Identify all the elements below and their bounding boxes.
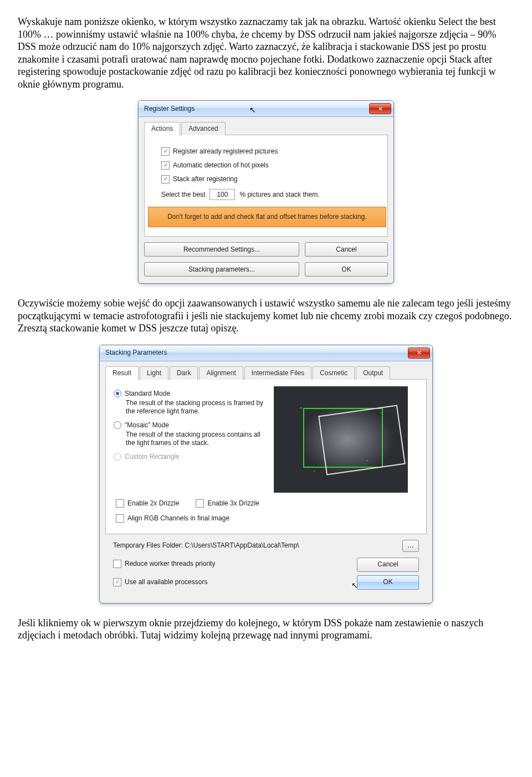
tab-advanced[interactable]: Advanced xyxy=(181,122,225,135)
close-icon: ✕ xyxy=(378,106,383,112)
tab-output[interactable]: Output xyxy=(356,366,390,380)
label-stack-after: Stack after registering xyxy=(173,175,238,183)
tab-light[interactable]: Light xyxy=(140,366,168,380)
dialog-title: Register Settings xyxy=(144,105,195,113)
label-use-all-processors: Use all available processors xyxy=(125,578,207,586)
checkbox-register-already[interactable]: ✓ xyxy=(161,147,170,156)
cursor-icon: ↖ xyxy=(351,581,358,591)
ok-button[interactable]: OK xyxy=(305,262,388,277)
tab-result[interactable]: Result xyxy=(105,366,139,380)
label-register-already: Register already registered pictures xyxy=(173,147,278,156)
warning-box: Don't forget to add and check flat and o… xyxy=(148,207,386,227)
stacking-parameters-button[interactable]: Stacking parameters... xyxy=(144,262,299,277)
recommended-settings-button[interactable]: Recommended Settings... xyxy=(144,242,299,257)
label-hot-pixels: Automatic detection of hot pixels xyxy=(173,161,269,170)
label-custom-rectangle: Custom Rectangle xyxy=(125,453,180,461)
paragraph-1: Wyskakuje nam poniższe okienko, w którym… xyxy=(18,16,514,90)
titlebar: Register Settings ↖ ✕ xyxy=(139,101,393,117)
close-icon: ✕ xyxy=(417,350,422,356)
preview-thumbnail xyxy=(274,386,408,493)
label-align-rgb: Align RGB Channels in final image xyxy=(127,514,229,523)
checkbox-align-rgb[interactable] xyxy=(116,514,124,523)
ellipsis-icon: … xyxy=(407,541,414,550)
checkbox-stack-after[interactable]: ✓ xyxy=(161,175,170,183)
cancel-button[interactable]: Cancel xyxy=(305,242,388,257)
radio-custom-rectangle xyxy=(114,453,121,461)
checkbox-use-all-processors[interactable]: ✓ xyxy=(113,578,121,586)
figure-stacking-parameters: Stacking Parameters ✕ Result Light Dark … xyxy=(18,345,514,604)
label-standard-mode: Standard Mode xyxy=(125,390,170,398)
frame-light-icon xyxy=(318,405,406,475)
label-temp-folder: Temporary Files Folder: C:\Users\START\A… xyxy=(113,541,299,550)
desc-standard-mode: The result of the stacking process is fr… xyxy=(126,399,266,416)
cancel-button[interactable]: Cancel xyxy=(357,558,419,572)
checkbox-drizzle-2x[interactable] xyxy=(116,499,124,508)
register-settings-dialog: Register Settings ↖ ✕ Actions Advanced ✓… xyxy=(138,100,394,284)
close-button[interactable]: ✕ xyxy=(369,103,391,114)
desc-mosaic-mode: The result of the stacking process conta… xyxy=(126,431,266,447)
label-mosaic-mode: "Mosaic" Mode xyxy=(125,421,169,430)
checkbox-hot-pixels[interactable]: ✓ xyxy=(161,161,170,170)
figure-register-settings: Register Settings ↖ ✕ Actions Advanced ✓… xyxy=(18,100,514,284)
tab-cosmetic[interactable]: Cosmetic xyxy=(313,366,355,380)
radio-standard-mode[interactable] xyxy=(114,390,121,397)
label-drizzle-2x: Enable 2x Drizzle xyxy=(127,499,179,508)
label-drizzle-3x: Enable 3x Drizzle xyxy=(207,499,259,508)
checkbox-reduce-priority[interactable] xyxy=(113,560,121,568)
ok-button[interactable]: OK xyxy=(357,575,419,590)
close-button[interactable]: ✕ xyxy=(408,347,430,359)
stacking-parameters-dialog: Stacking Parameters ✕ Result Light Dark … xyxy=(99,345,433,604)
dialog-title: Stacking Parameters xyxy=(105,349,167,357)
paragraph-2: Oczywiście możemy sobie wejść do opcji z… xyxy=(18,297,514,335)
titlebar: Stacking Parameters ✕ xyxy=(100,345,432,361)
paragraph-3: Jeśli klikniemy ok w pierwszym oknie prz… xyxy=(18,617,514,642)
label-select-best-b: % pictures and stack them. xyxy=(239,191,319,199)
tab-actions[interactable]: Actions xyxy=(144,122,180,135)
radio-mosaic-mode[interactable] xyxy=(114,421,121,429)
tab-dark[interactable]: Dark xyxy=(170,366,198,380)
checkbox-drizzle-3x[interactable] xyxy=(196,499,204,508)
label-reduce-priority: Reduce worker threads priority xyxy=(125,560,215,568)
browse-button[interactable]: … xyxy=(402,540,419,552)
input-select-best[interactable]: 100 xyxy=(209,189,235,200)
tab-alignment[interactable]: Alignment xyxy=(199,366,243,380)
tab-intermediate-files[interactable]: Intermediate Files xyxy=(244,366,311,380)
label-select-best-a: Select the best xyxy=(161,191,205,199)
cursor-icon: ↖ xyxy=(249,105,256,115)
